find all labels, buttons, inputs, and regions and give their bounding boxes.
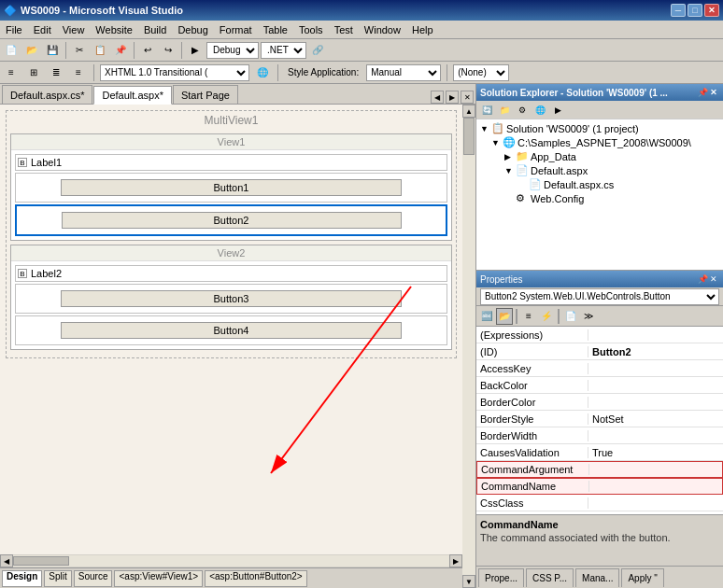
prop-alpha-btn[interactable]: 🔤: [478, 308, 495, 325]
tree-app-data[interactable]: ▶ 📁 App_Data: [478, 149, 721, 163]
start-btn[interactable]: ▶: [186, 41, 205, 60]
cut-btn[interactable]: ✂: [70, 41, 89, 60]
hscroll-track[interactable]: [13, 555, 449, 567]
hscroll-thumb[interactable]: [13, 556, 69, 566]
minimize-button[interactable]: ─: [671, 4, 686, 17]
prop-row-id[interactable]: (ID) Button2: [476, 343, 723, 360]
default-aspx-cs-label: Default.aspx.cs: [544, 179, 614, 190]
prop-row-expressions[interactable]: (Expressions): [476, 327, 723, 343]
tab-default-aspx-cs[interactable]: Default.aspx.cs*: [2, 85, 92, 104]
redo-btn[interactable]: ↪: [159, 41, 177, 60]
button4[interactable]: Button4: [61, 322, 403, 339]
undo-btn[interactable]: ↩: [138, 41, 157, 60]
sep6: [447, 64, 447, 81]
tab-scroll-right[interactable]: ▶: [446, 91, 459, 104]
tree-default-aspx[interactable]: ▼ 📄 Default.aspx: [478, 163, 721, 177]
prop-tab-css[interactable]: CSS P...: [526, 568, 574, 587]
prop-row-accesskey[interactable]: AccessKey: [476, 360, 723, 377]
sol-asp-net-btn[interactable]: ▶: [549, 103, 566, 118]
prop-tab-properties[interactable]: Prope...: [478, 568, 524, 587]
prop-page-btn[interactable]: 📄: [562, 308, 579, 325]
tree-solution[interactable]: ▼ 📋 Solution 'WS0009' (1 project): [478, 121, 721, 135]
sol-copy-website-btn[interactable]: 🌐: [532, 103, 548, 118]
prop-tab-apply[interactable]: Apply ": [621, 568, 663, 587]
style-app-select[interactable]: Manual: [366, 64, 441, 81]
vscroll-up-btn[interactable]: ▲: [462, 105, 475, 118]
menu-test[interactable]: Test: [329, 21, 359, 38]
prop-object-select[interactable]: Button2 System.Web.UI.WebControls.Button: [480, 288, 719, 305]
menu-table[interactable]: Table: [258, 21, 293, 38]
prop-cat-btn[interactable]: 📂: [496, 308, 513, 325]
debug-select[interactable]: Debug: [206, 42, 259, 59]
paste-btn[interactable]: 📌: [111, 41, 130, 60]
menu-website[interactable]: Website: [90, 21, 138, 38]
se-pin-btn[interactable]: 📌: [697, 87, 708, 98]
se-close-btn[interactable]: ✕: [708, 87, 719, 98]
prop-row-commandname[interactable]: CommandName: [476, 478, 723, 495]
tab-close-all[interactable]: ✕: [461, 91, 474, 104]
new-file-btn[interactable]: 📄: [2, 41, 21, 60]
tree-web-config[interactable]: ⚙ Web.Config: [478, 191, 721, 205]
prop-prop-btn[interactable]: ≡: [520, 308, 537, 325]
prop-row-commandargument[interactable]: CommandArgument: [476, 461, 723, 478]
format-select[interactable]: XHTML 1.0 Transitional (: [100, 64, 249, 81]
tab-scroll-left[interactable]: ◀: [431, 91, 444, 104]
vscroll-track[interactable]: [462, 118, 475, 575]
copy-btn[interactable]: 📋: [91, 41, 109, 60]
editor-panel: Default.aspx.cs* Default.aspx* Start Pag…: [0, 84, 476, 588]
menu-debug[interactable]: Debug: [172, 21, 213, 38]
menu-window[interactable]: Window: [359, 21, 406, 38]
button3[interactable]: Button3: [61, 290, 403, 307]
prop-pin-btn[interactable]: 📌: [697, 273, 708, 285]
save-btn[interactable]: 💾: [43, 41, 62, 60]
menu-help[interactable]: Help: [406, 21, 439, 38]
menu-format[interactable]: Format: [214, 21, 258, 38]
vscroll-thumb[interactable]: [463, 118, 475, 155]
menu-view[interactable]: View: [57, 21, 91, 38]
hscroll-left-btn[interactable]: ◀: [0, 554, 13, 567]
tb2-btn1[interactable]: ≡: [2, 63, 21, 82]
prop-tab-manage[interactable]: Mana...: [575, 568, 619, 587]
tb2-btn4[interactable]: ≡: [69, 63, 88, 82]
globe-btn[interactable]: 🌐: [253, 63, 272, 82]
default-aspx-label: Default.aspx: [531, 165, 588, 176]
close-button[interactable]: ✕: [704, 4, 719, 17]
menu-file[interactable]: File: [0, 21, 28, 38]
prop-row-borderwidth[interactable]: BorderWidth: [476, 427, 723, 444]
attach-btn[interactable]: 🔗: [308, 41, 327, 60]
prop-row-causesvalidation[interactable]: CausesValidation True: [476, 444, 723, 461]
menu-tools[interactable]: Tools: [293, 21, 329, 38]
menu-edit[interactable]: Edit: [28, 21, 57, 38]
maximize-button[interactable]: □: [688, 4, 702, 17]
sol-show-all-btn[interactable]: 📁: [496, 103, 513, 118]
split-view-btn[interactable]: Split: [44, 570, 71, 587]
tree-default-aspx-cs[interactable]: 📄 Default.aspx.cs: [478, 177, 721, 191]
tb2-btn3[interactable]: ≣: [47, 63, 65, 82]
prop-row-backcolor[interactable]: BackColor: [476, 377, 723, 394]
prop-row-borderstyle[interactable]: BorderStyle NotSet: [476, 411, 723, 427]
source-view-btn[interactable]: Source: [74, 570, 113, 587]
tab-default-aspx[interactable]: Default.aspx*: [93, 86, 171, 105]
button1[interactable]: Button1: [61, 179, 403, 196]
tree-project[interactable]: ▼ 🌐 C:\Samples_ASPNET_2008\WS0009\: [478, 135, 721, 149]
none-select[interactable]: (None): [453, 64, 509, 81]
net-select[interactable]: .NET: [261, 42, 306, 59]
hscroll-right-btn[interactable]: ▶: [449, 554, 462, 567]
open-btn[interactable]: 📂: [22, 41, 41, 60]
menu-build[interactable]: Build: [138, 21, 172, 38]
prop-row-bordercolor[interactable]: BorderColor: [476, 394, 723, 411]
tb2-btn2[interactable]: ⊞: [24, 63, 43, 82]
sol-properties-btn[interactable]: ⚙: [514, 103, 531, 118]
sol-refresh-btn[interactable]: 🔄: [478, 103, 495, 118]
button2[interactable]: Button2: [62, 212, 402, 229]
prop-row-cssclass[interactable]: CssClass: [476, 495, 723, 511]
vscroll-down-btn[interactable]: ▼: [462, 575, 475, 588]
prop-more-btn[interactable]: ≫: [580, 308, 597, 325]
prop-close-btn[interactable]: ✕: [708, 273, 719, 285]
design-area: MultiView1 View1 B Label1: [0, 105, 462, 554]
breadcrumb-button2[interactable]: <asp:Button#Button2>: [205, 570, 307, 587]
prop-event-btn[interactable]: ⚡: [538, 308, 555, 325]
breadcrumb-view1[interactable]: <asp:View#View1>: [114, 570, 203, 587]
tab-start-page[interactable]: Start Page: [173, 85, 238, 104]
design-view-btn[interactable]: Design: [2, 570, 42, 587]
